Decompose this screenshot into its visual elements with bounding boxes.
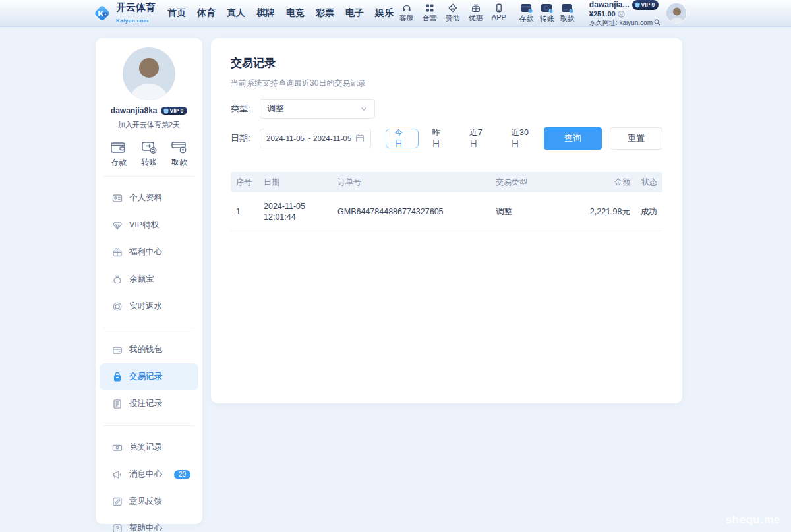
wallet-outline-icon xyxy=(110,140,127,154)
partnership-button[interactable]: 合营 xyxy=(423,3,437,23)
welfare-gift-icon xyxy=(112,247,123,258)
promotions-button[interactable]: 优惠 xyxy=(469,3,483,23)
balance-amount: ¥251.00 xyxy=(589,10,616,18)
deposit-card-icon xyxy=(520,3,533,13)
reset-button[interactable]: 重置 xyxy=(610,127,662,150)
vip-badge: VIP 0 xyxy=(632,0,659,10)
balance-dropdown-icon[interactable] xyxy=(618,11,625,18)
logo-subtitle: Kaiyun.com xyxy=(116,18,148,24)
sidebar: dawanjia8ka VIP 0 加入开云体育第2天 存款 转账 取款 个人资… xyxy=(96,38,202,524)
divider xyxy=(103,176,194,177)
transactions-table: 序号 日期 订单号 交易类型 金额 状态 1 2024-11-05 12:01:… xyxy=(231,172,662,231)
cell-index: 1 xyxy=(231,192,258,231)
sidebar-item-welfare[interactable]: 福利中心 xyxy=(100,239,198,266)
quick-range-group: 今日 昨日 近7日 近30日 xyxy=(386,129,544,148)
transaction-records-panel: 交易记录 当前系统支持查询最近30日的交易记录 类型: 调整 日期: 2024-… xyxy=(211,38,682,403)
col-amount: 金额 xyxy=(575,172,635,192)
logo-mark-icon: K xyxy=(92,3,112,23)
transfer-card-icon xyxy=(541,3,554,13)
withdraw-outline-icon xyxy=(171,140,188,154)
logo-title: 开云体育 xyxy=(116,1,156,13)
sidebar-item-rebate[interactable]: 实时返水 xyxy=(100,293,198,320)
id-card-icon xyxy=(112,193,123,204)
nav-home[interactable]: 首页 xyxy=(167,7,186,19)
sidebar-quick-actions: 存款 转账 取款 xyxy=(96,140,202,168)
sidebar-item-messages[interactable]: 消息中心 20 xyxy=(100,461,198,488)
site-logo[interactable]: K 开云体育 Kaiyun.com xyxy=(92,1,156,25)
header-tools: 客服 合营 赞助 优惠 APP xyxy=(399,3,506,23)
date-filter-label: 日期: xyxy=(231,133,260,144)
cell-date: 2024-11-05 12:01:44 xyxy=(258,192,332,231)
profile-vip-badge: VIP 0 xyxy=(161,107,188,115)
page-subtitle: 当前系统支持查询最近30日的交易记录 xyxy=(231,78,662,89)
sidebar-item-redeem-records[interactable]: 兑奖记录 xyxy=(100,434,198,461)
phone-icon xyxy=(494,3,504,13)
nav-entertainment[interactable]: 娱乐 xyxy=(375,7,394,19)
date-range-value: 2024-11-05 ~ 2024-11-05 xyxy=(266,134,351,142)
withdraw-button[interactable]: 取款 xyxy=(560,3,575,24)
nav-esports[interactable]: 电竞 xyxy=(286,7,305,19)
sidebar-withdraw-button[interactable]: 取款 xyxy=(171,140,188,168)
vip-gem-icon xyxy=(112,220,123,231)
cell-type: 调整 xyxy=(490,192,575,231)
nav-electronic[interactable]: 电子 xyxy=(345,7,364,19)
divider xyxy=(103,425,194,426)
megaphone-icon xyxy=(112,469,123,480)
calendar-icon xyxy=(355,134,365,143)
sidebar-item-wallet[interactable]: 我的钱包 xyxy=(100,336,198,363)
col-order-no: 订单号 xyxy=(332,172,490,192)
redeem-icon xyxy=(112,442,123,453)
sponsor-button[interactable]: 赞助 xyxy=(446,3,460,23)
joined-days-text: 加入开云体育第2天 xyxy=(96,120,202,130)
sidebar-item-profile[interactable]: 个人资料 xyxy=(100,185,198,212)
type-select-value: 调整 xyxy=(267,103,284,115)
sidebar-item-transactions[interactable]: 交易记录 xyxy=(100,363,198,390)
site-watermark: shequ.me xyxy=(726,514,780,527)
wallet-icon xyxy=(112,345,123,355)
svg-text:K: K xyxy=(98,9,104,18)
type-filter-label: 类型: xyxy=(231,103,260,115)
username[interactable]: dawanjia... xyxy=(589,1,630,9)
nav-lottery[interactable]: 彩票 xyxy=(316,7,334,19)
rebate-icon xyxy=(112,301,123,312)
transfer-outline-icon xyxy=(140,140,158,154)
range-yesterday-button[interactable]: 昨日 xyxy=(423,129,456,148)
wallet-actions: 存款 转账 取款 xyxy=(519,3,575,24)
sidebar-item-vip[interactable]: VIP特权 xyxy=(100,212,198,239)
sidebar-item-bet-records[interactable]: 投注记录 xyxy=(100,390,198,417)
type-select[interactable]: 调整 xyxy=(260,99,375,119)
sponsor-icon xyxy=(448,3,457,13)
nav-board-games[interactable]: 棋牌 xyxy=(256,7,275,19)
sidebar-item-feedback[interactable]: 意见反馈 xyxy=(100,488,198,515)
help-icon xyxy=(112,523,123,532)
deposit-button[interactable]: 存款 xyxy=(519,3,534,24)
cell-order-no: GMB6447844886774327605 xyxy=(332,192,490,231)
money-pouch-icon xyxy=(112,274,123,285)
sidebar-item-yuebao[interactable]: 余额宝 xyxy=(100,266,198,293)
user-avatar[interactable] xyxy=(666,3,687,24)
divider xyxy=(103,328,194,328)
transfer-button[interactable]: 转账 xyxy=(540,3,554,24)
range-30days-button[interactable]: 近30日 xyxy=(502,129,544,148)
nav-sports[interactable]: 体育 xyxy=(197,7,216,19)
sidebar-item-help[interactable]: 帮助中心 xyxy=(100,515,198,532)
feedback-icon xyxy=(112,496,123,507)
col-type: 交易类型 xyxy=(490,172,575,192)
sidebar-transfer-button[interactable]: 转账 xyxy=(140,140,158,168)
nav-live[interactable]: 真人 xyxy=(227,7,245,19)
profile-username: dawanjia8ka xyxy=(111,106,158,115)
customer-service-button[interactable]: 客服 xyxy=(399,3,414,23)
date-range-input[interactable]: 2024-11-05 ~ 2024-11-05 xyxy=(260,129,371,148)
profile-avatar xyxy=(123,47,175,100)
range-7days-button[interactable]: 近7日 xyxy=(460,129,498,148)
main-nav: 首页 体育 真人 棋牌 电竞 彩票 电子 娱乐 xyxy=(167,7,394,19)
app-download-button[interactable]: APP xyxy=(492,3,506,23)
range-today-button[interactable]: 今日 xyxy=(386,129,419,148)
search-icon[interactable] xyxy=(654,19,660,26)
query-button[interactable]: 查询 xyxy=(544,127,602,150)
page-title: 交易记录 xyxy=(231,55,662,71)
sidebar-deposit-button[interactable]: 存款 xyxy=(110,140,127,168)
cell-status: 成功 xyxy=(635,192,662,231)
table-header-row: 序号 日期 订单号 交易类型 金额 状态 xyxy=(231,172,662,192)
transaction-bag-icon xyxy=(112,372,123,382)
